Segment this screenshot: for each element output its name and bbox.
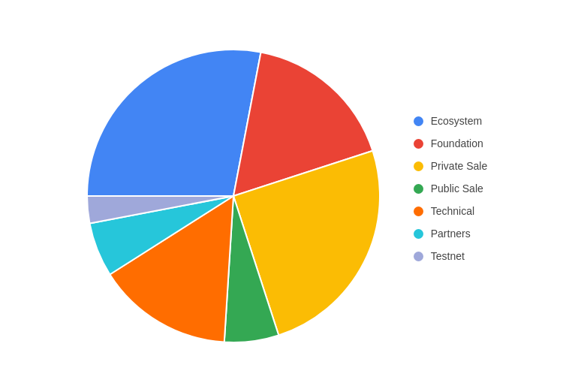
legend-dot [414, 116, 423, 126]
legend-item-technical: Technical [414, 205, 487, 217]
legend-dot [414, 161, 423, 171]
pie-segment-ecosystem[interactable] [87, 50, 261, 196]
legend-item-private-sale: Private Sale [414, 160, 487, 172]
legend-label: Technical [431, 205, 474, 217]
legend-label: Foundation [431, 137, 483, 149]
legend-item-partners: Partners [414, 228, 487, 240]
legend-label: Testnet [431, 250, 465, 262]
legend-item-public-sale: Public Sale [414, 182, 487, 194]
legend-dot [414, 252, 423, 261]
legend-item-testnet: Testnet [414, 250, 487, 262]
pie-chart [76, 38, 391, 354]
legend-label: Ecosystem [431, 115, 482, 127]
legend-dot [414, 184, 423, 194]
legend-label: Private Sale [431, 160, 487, 172]
legend-dot [414, 139, 423, 149]
legend-label: Public Sale [431, 182, 483, 194]
legend-item-ecosystem: Ecosystem [414, 115, 487, 127]
legend-dot [414, 207, 423, 216]
pie-svg [76, 38, 391, 354]
legend: EcosystemFoundationPrivate SalePublic Sa… [414, 115, 487, 262]
legend-item-foundation: Foundation [414, 137, 487, 149]
legend-label: Partners [431, 228, 471, 240]
chart-container: EcosystemFoundationPrivate SalePublic Sa… [0, 0, 563, 392]
legend-dot [414, 229, 423, 239]
